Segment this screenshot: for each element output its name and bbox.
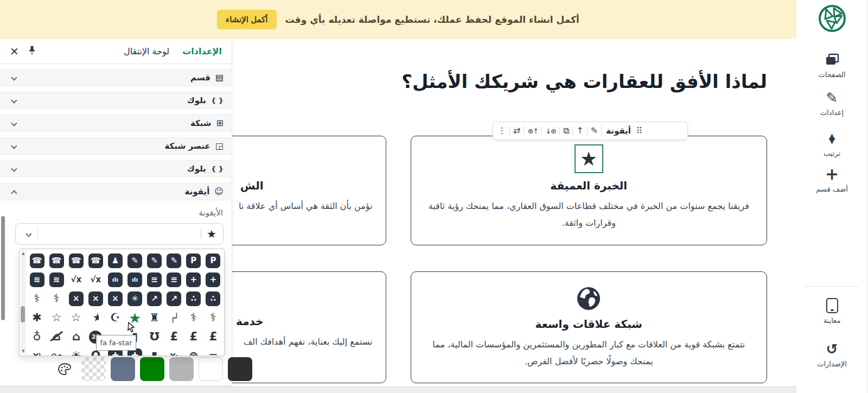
color-swatch-black[interactable]	[228, 357, 252, 381]
selected-icon-block[interactable]: ★	[575, 144, 603, 173]
sterling-sign-icon[interactable]: £	[203, 327, 223, 346]
square-phone-icon[interactable]: ☎	[47, 251, 66, 270]
color-swatch-green[interactable]	[140, 357, 164, 381]
accordion-block[interactable]: { } بلوك	[0, 92, 232, 109]
superscript-icon[interactable]: X¹	[27, 346, 47, 356]
gear-icon[interactable]: ⚙∩	[47, 346, 66, 356]
panel-scrollbar[interactable]	[1, 216, 5, 320]
square-xmark-icon[interactable]: ×	[66, 289, 86, 308]
accordion-grid[interactable]: ⊞ شبكة	[0, 115, 232, 132]
stethoscope-icon[interactable]: ℧	[145, 327, 164, 346]
sterling-sign-icon[interactable]: £	[184, 327, 203, 346]
square-plus-icon[interactable]: +	[184, 270, 203, 289]
square-poll-vertical-icon[interactable]: ılı	[105, 270, 125, 289]
square-root-variable-icon[interactable]: √x	[66, 270, 86, 289]
section-icon: ▤	[215, 73, 224, 82]
card-deep-experience[interactable]: ★ الخبرة العميقة فريقنا يجمع سنوات من ال…	[411, 136, 768, 245]
shop-icon[interactable]: ⌂	[66, 327, 86, 346]
star-and-crescent-icon[interactable]: ☪	[105, 308, 125, 327]
square-share-nodes-icon[interactable]: ∴	[184, 289, 203, 308]
square-xmark-icon[interactable]: ×	[105, 289, 125, 308]
star-outline-icon[interactable]: ☆	[47, 308, 66, 327]
transparent-swatch[interactable]	[81, 357, 106, 381]
square-phone-flip-icon[interactable]: ☎	[66, 251, 86, 270]
duplicate-button[interactable]: ⧉	[563, 126, 569, 135]
dropdown-scroll-thumb[interactable]	[21, 306, 25, 322]
star-half-icon[interactable]: ★	[86, 308, 105, 327]
sterling-sign-icon[interactable]: £	[164, 327, 184, 346]
accordion-icon-expanded[interactable]: ☺ أيقونة	[0, 183, 232, 200]
square-parking-icon[interactable]: P	[184, 251, 203, 270]
app-logo[interactable]	[818, 4, 847, 35]
drag-handle-icon[interactable]: ⠿	[636, 126, 642, 136]
square-share-nodes-icon[interactable]: ∴	[203, 289, 223, 308]
move-up-button[interactable]: ↑	[576, 126, 583, 135]
chevron-down-icon	[11, 97, 17, 103]
shop-slash-icon[interactable]: ⌂	[47, 327, 66, 346]
street-view-icon[interactable]: ♁	[27, 327, 47, 346]
square-pen-icon[interactable]: ✎	[125, 251, 144, 270]
sidebar-item-versions[interactable]: ↺ الإصدارات	[796, 341, 867, 368]
square-phone-flip-icon[interactable]: ☎	[86, 251, 105, 270]
tab-navigation-board[interactable]: لوحة الإنتقال	[124, 46, 169, 56]
icon-select-combobox[interactable]: ★	[15, 223, 224, 245]
square-pen-icon[interactable]: ✎	[164, 251, 184, 270]
sidebar-item-add-section[interactable]: + أضف قسم	[796, 166, 867, 193]
insert-above-button[interactable]: ⊕↑	[527, 128, 538, 135]
palette-icon[interactable]	[58, 363, 72, 378]
color-swatch-gray[interactable]	[169, 357, 194, 381]
star-outline-icon[interactable]: ☆	[66, 308, 86, 327]
close-icon[interactable]: ✕	[10, 46, 19, 57]
sidebar-item-pages[interactable]: الصفحات	[796, 52, 867, 79]
square-plus-icon[interactable]: +	[203, 270, 223, 289]
square-pen-icon[interactable]: ✎	[145, 251, 164, 270]
device-icon	[826, 297, 838, 314]
square-up-right-icon[interactable]: ↗	[164, 289, 184, 308]
scroll-down-icon[interactable]: ▼	[22, 348, 24, 354]
suitcase-icon[interactable]: ▮	[145, 346, 164, 356]
scroll-up-icon[interactable]: ▲	[22, 250, 24, 257]
square-rss-icon[interactable]: ≋	[47, 270, 66, 289]
asterisk-icon[interactable]: ✱	[27, 308, 47, 327]
square-parking-icon[interactable]: P	[203, 251, 223, 270]
square-poll-vertical-icon[interactable]: ılı	[125, 270, 144, 289]
edit-button[interactable]: ✎	[591, 126, 598, 135]
sidebar-item-preview[interactable]: معاينة	[796, 297, 867, 325]
sidebar-item-settings[interactable]: ✎ إعدادات	[796, 90, 867, 117]
chevron-down-icon[interactable]	[25, 231, 31, 237]
square-gear-icon[interactable]: ✳	[125, 289, 144, 308]
accordion-block-2[interactable]: { } بلوك	[0, 160, 232, 178]
square-rss-icon[interactable]: ≋	[27, 270, 47, 289]
square-root-variable-icon[interactable]: √x	[86, 270, 105, 289]
staff-snake-icon[interactable]: ⚕	[27, 289, 47, 308]
pin-icon[interactable]	[28, 46, 36, 58]
replace-button[interactable]: ⇄	[513, 126, 520, 135]
staff-snake-icon[interactable]: ⚕	[203, 308, 223, 327]
history-icon: ↺	[826, 341, 838, 357]
card-wide-network[interactable]: شبكة علاقات واسعة نتمتع بشبكة قوية من ال…	[411, 271, 768, 383]
stamp-icon[interactable]: ♜	[145, 308, 164, 327]
sink-icon[interactable]: ╤	[203, 346, 223, 356]
square-person-confined-icon[interactable]: ♟	[105, 251, 125, 270]
sidebar-item-sort[interactable]: ▲▼ ترتيب	[796, 130, 867, 157]
accordion-grid-item[interactable]: ◲ عنصر شبكة	[0, 137, 232, 155]
subscript-icon[interactable]: X₂	[164, 346, 184, 356]
square-phone-icon[interactable]: ☎	[27, 251, 47, 270]
square-xmark-icon[interactable]: ×	[86, 289, 105, 308]
accordion-section[interactable]: ▤ قسم	[0, 69, 232, 86]
more-options-button[interactable]: ⋮	[497, 126, 506, 135]
insert-below-button[interactable]: ↓⊕	[545, 128, 556, 135]
complete-setup-button[interactable]: أكمل الإنشاء	[217, 10, 276, 29]
dropdown-scrollbar[interactable]: ▲ ▼	[21, 250, 26, 354]
color-swatch-white[interactable]	[199, 357, 223, 381]
tab-settings[interactable]: الإعدادات	[182, 46, 222, 56]
sun-icon[interactable]: ☀	[66, 346, 86, 356]
square-up-right-icon[interactable]: ↗	[145, 289, 164, 308]
square-poll-horizontal-icon[interactable]: ≡	[145, 270, 164, 289]
staff-snake-icon[interactable]: ⚕	[184, 308, 203, 327]
stairs-icon[interactable]: ┌┘	[164, 308, 184, 327]
square-poll-horizontal-icon[interactable]: ≡	[164, 270, 184, 289]
staff-snake-icon[interactable]: ⚕	[47, 289, 66, 308]
color-swatch-slate[interactable]	[111, 357, 135, 381]
stroopwafel-icon[interactable]: ⊛	[184, 346, 203, 356]
